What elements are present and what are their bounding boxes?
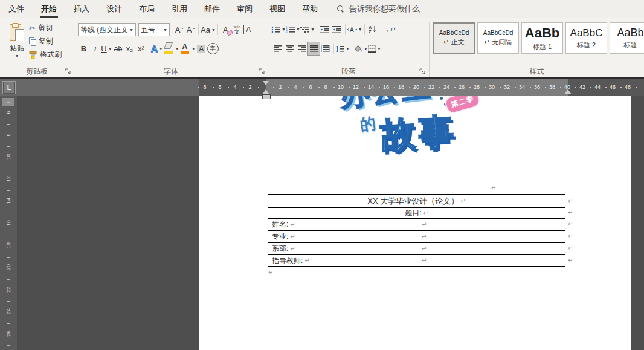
tab-list: 文件开始插入设计布局引用邮件审阅视图帮助 bbox=[0, 0, 326, 18]
underline-button[interactable]: U▼ bbox=[101, 42, 112, 55]
ruler-number: 44 bbox=[593, 84, 602, 90]
table-cell-label[interactable]: 姓名:↵ bbox=[268, 219, 416, 230]
style-preview: AaBbC bbox=[570, 27, 603, 39]
ruler-tick bbox=[605, 87, 607, 88]
align-center-button[interactable] bbox=[283, 42, 295, 55]
table-row-2[interactable]: 姓名:↵↵ bbox=[268, 219, 565, 231]
table-cell-value[interactable]: ↵ bbox=[416, 255, 565, 266]
ruler-tick bbox=[515, 87, 516, 88]
ruler-number: 20 bbox=[5, 262, 11, 272]
superscript-button[interactable]: x² bbox=[135, 42, 147, 55]
ribbon-tab-7[interactable]: 审阅 bbox=[228, 0, 261, 18]
copy-button[interactable]: 复制 bbox=[29, 36, 62, 47]
ribbon-tab-5[interactable]: 引用 bbox=[163, 0, 196, 18]
phonetic-guide-button[interactable]: wén 文 bbox=[231, 24, 243, 36]
bullets-button[interactable]: ▼ bbox=[271, 23, 286, 36]
font-color-button[interactable]: A ▼ bbox=[179, 42, 196, 55]
table-cell-label[interactable]: 指导教师:↵ bbox=[268, 255, 416, 266]
table-cell-value[interactable]: ↵ bbox=[416, 219, 565, 230]
ruler-tick bbox=[213, 87, 214, 88]
subscript-button[interactable]: x₂ bbox=[124, 42, 135, 55]
table-row-0[interactable]: XX 大学毕业设计（论文）↵ bbox=[268, 195, 565, 208]
align-left-button[interactable] bbox=[271, 42, 283, 55]
enclose-characters-button[interactable]: 字 bbox=[207, 42, 219, 55]
align-right-button[interactable] bbox=[295, 42, 308, 55]
ruler-number: 12 bbox=[5, 174, 11, 184]
shrink-font-button[interactable]: Aˇ bbox=[185, 24, 196, 36]
ribbon-tab-1[interactable]: 开始 bbox=[33, 0, 65, 18]
table-cell-value[interactable]: ↵ bbox=[416, 243, 565, 254]
end-of-row-mark: ↵ bbox=[568, 210, 573, 216]
ribbon-tab-0[interactable]: 文件 bbox=[0, 0, 33, 18]
font-name-combobox[interactable]: 等线 (西文正文 ▼ bbox=[78, 23, 136, 36]
cover-table: XX 大学毕业设计（论文）↵题目:↵姓名:↵↵专业:↵↵系部:↵↵指导教师:↵↵ bbox=[268, 195, 565, 267]
sort-button[interactable]: AZ bbox=[367, 23, 379, 36]
line-spacing-icon bbox=[336, 45, 344, 53]
table-image-cell[interactable] bbox=[268, 96, 565, 195]
italic-button[interactable]: I bbox=[89, 42, 101, 55]
strikethrough-button[interactable]: ab bbox=[112, 42, 124, 55]
ribbon-tab-3[interactable]: 设计 bbox=[98, 0, 130, 18]
clear-formatting-button[interactable]: A bbox=[220, 24, 231, 36]
table-row-1[interactable]: 题目:↵ bbox=[268, 208, 565, 219]
tell-me-search[interactable]: 告诉我你想要做什么 bbox=[337, 4, 420, 15]
increase-indent-button[interactable] bbox=[331, 23, 343, 36]
shading-button[interactable]: ▼ bbox=[354, 42, 368, 55]
table-row-4[interactable]: 系部:↵↵ bbox=[268, 243, 565, 255]
style-card-1[interactable]: AaBbCcDd↵ 无间隔 bbox=[477, 22, 519, 54]
font-size-value: 五号 bbox=[141, 25, 161, 35]
left-indent-marker[interactable] bbox=[262, 94, 271, 99]
show-hide-marks-button[interactable]: →↵ bbox=[383, 23, 396, 36]
table-cell-label[interactable]: 专业:↵ bbox=[268, 231, 416, 242]
numbering-button[interactable]: 1 2 3 ▼ bbox=[286, 23, 300, 36]
table-row-5[interactable]: 指导教师:↵↵ bbox=[268, 255, 565, 267]
ruler-number: 26 bbox=[457, 84, 466, 90]
borders-button[interactable]: ▼ bbox=[368, 42, 381, 55]
ruler-tick bbox=[288, 87, 289, 88]
style-card-2[interactable]: AaBb标题 1 bbox=[521, 22, 563, 54]
bold-button[interactable]: B bbox=[78, 42, 89, 55]
ruler-number: 42 bbox=[578, 84, 587, 90]
grow-font-button[interactable]: Aˆ bbox=[173, 24, 185, 36]
character-shading-button[interactable]: A bbox=[196, 42, 207, 55]
ruler-tick bbox=[198, 87, 199, 88]
right-indent-marker[interactable] bbox=[564, 89, 572, 94]
ruler-tick bbox=[485, 87, 486, 88]
style-card-0[interactable]: AaBbCcDd↵ 正文 bbox=[433, 22, 475, 54]
paragraph-mark: ↵ bbox=[422, 222, 427, 228]
font-size-combobox[interactable]: 五号 ▼ bbox=[138, 23, 170, 36]
hanging-indent-marker[interactable] bbox=[263, 89, 269, 94]
line-spacing-button[interactable]: ▼ bbox=[336, 42, 350, 55]
decrease-indent-button[interactable] bbox=[319, 23, 331, 36]
table-cell-value[interactable]: ↵ bbox=[416, 231, 565, 242]
document-page[interactable]: 办公室 第二季 的 故事 XX 大学毕业设计（论文）↵题目:↵姓名:↵↵专业:↵… bbox=[199, 96, 631, 350]
clipboard-dialog-launcher-icon[interactable] bbox=[65, 68, 71, 75]
format-painter-button[interactable]: 格式刷 bbox=[29, 49, 62, 60]
cut-button[interactable]: ✂ 剪切 bbox=[29, 22, 62, 34]
table-cell-label[interactable]: 系部:↵ bbox=[268, 243, 416, 254]
change-case-button[interactable]: Aa▼ bbox=[201, 24, 216, 36]
first-line-indent-marker[interactable] bbox=[263, 81, 269, 85]
multilevel-list-button[interactable]: ▼ bbox=[300, 23, 315, 36]
paragraph-dialog-launcher-icon[interactable] bbox=[419, 68, 426, 75]
text-effects-button[interactable]: A▼ bbox=[151, 42, 163, 55]
ribbon-tab-8[interactable]: 视图 bbox=[261, 0, 294, 18]
justify-button[interactable] bbox=[308, 42, 320, 55]
ribbon-tab-6[interactable]: 邮件 bbox=[196, 0, 228, 18]
style-card-3[interactable]: AaBbC标题 2 bbox=[565, 22, 607, 54]
asian-layout-button[interactable]: A ▼ bbox=[347, 23, 362, 36]
font-dialog-launcher-icon[interactable] bbox=[259, 68, 265, 75]
ribbon-tab-4[interactable]: 布局 bbox=[130, 0, 163, 18]
ribbon-tab-9[interactable]: 帮助 bbox=[294, 0, 326, 18]
paragraph-mark: ↵ bbox=[422, 246, 427, 252]
character-border-button[interactable]: A bbox=[243, 24, 254, 36]
tab-selector-button[interactable]: L bbox=[2, 81, 16, 94]
table-row-3[interactable]: 专业:↵↵ bbox=[268, 231, 565, 243]
style-card-4[interactable]: AaBb标题 bbox=[610, 22, 644, 54]
highlight-color-button[interactable]: ▼ bbox=[163, 42, 179, 55]
scissors-icon: ✂ bbox=[29, 24, 36, 32]
ribbon-tab-2[interactable]: 插入 bbox=[65, 0, 98, 18]
ruler-tick bbox=[500, 87, 501, 88]
distribute-button[interactable] bbox=[320, 42, 332, 55]
ruler-number: 4 bbox=[230, 84, 240, 90]
